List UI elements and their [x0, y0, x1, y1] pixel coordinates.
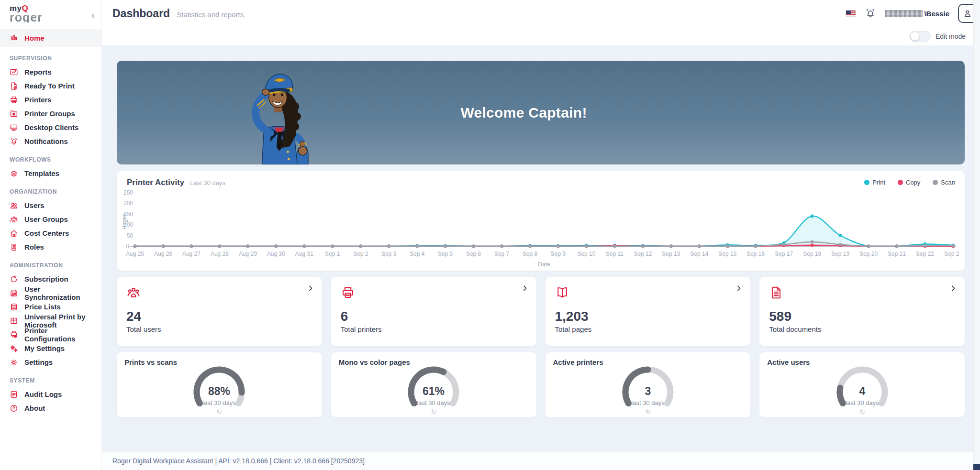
question-icon — [10, 404, 18, 413]
language-flag-icon[interactable] — [846, 10, 856, 17]
sidebar-item-desktop-clients[interactable]: Desktop Clients — [0, 120, 101, 134]
document-icon — [769, 285, 783, 300]
refresh-icon[interactable]: ↻ — [217, 408, 223, 415]
printer-group-icon — [10, 109, 18, 118]
gauge-value: 61% — [423, 385, 445, 397]
sidebar-item-label: Users — [24, 201, 45, 209]
app-root: myQ roger ‹ HomeSUPERVISIONReportsReady … — [0, 0, 980, 470]
legend-print[interactable]: Print — [864, 179, 885, 186]
sidebar-item-subscription[interactable]: Subscription — [0, 272, 101, 286]
sidebar-item-home[interactable]: Home — [0, 29, 101, 47]
chevron-right-icon[interactable] — [735, 284, 743, 292]
username-label: \Bessie — [924, 10, 949, 18]
sidebar-item-printer-groups[interactable]: Printer Groups — [0, 107, 101, 120]
svg-text:Aug 29: Aug 29 — [239, 251, 257, 257]
welcome-message: Welcome Captain! — [460, 105, 587, 121]
stat-label: Total pages — [555, 325, 741, 333]
sidebar-item-settings[interactable]: Settings — [0, 355, 101, 369]
edit-mode-toggle[interactable] — [910, 31, 931, 42]
sidebar-item-label: Reports — [24, 68, 52, 76]
refresh-icon[interactable]: ↻ — [645, 408, 651, 415]
sidebar-item-audit-logs[interactable]: Audit Logs — [0, 387, 101, 401]
sidebar-item-cost-centers[interactable]: Cost Centers — [0, 226, 101, 240]
stat-cards-row: 24Total users6Total printers1,203Total p… — [117, 277, 965, 346]
home-icon — [10, 33, 18, 42]
sidebar-item-user-synchronization[interactable]: User Synchronization — [0, 286, 101, 300]
logo-row: myQ roger ‹ — [0, 0, 101, 28]
user-menu[interactable]: \Bessie — [885, 10, 949, 18]
chart-title: Printer Activity — [127, 178, 184, 187]
sidebar-item-label: Printers — [24, 96, 52, 104]
sidebar-item-templates[interactable]: Templates — [0, 166, 101, 180]
chevron-right-icon[interactable] — [949, 284, 957, 292]
svg-text:Sep 19: Sep 19 — [831, 251, 849, 257]
refresh-icon — [10, 275, 18, 284]
svg-text:50: 50 — [127, 232, 134, 239]
svg-text:Sep 6: Sep 6 — [466, 251, 481, 257]
chevron-right-icon[interactable] — [307, 284, 314, 292]
sidebar-item-label: Cost Centers — [24, 229, 69, 237]
svg-text:Aug 31: Aug 31 — [295, 251, 313, 257]
gauge-value: 4 — [859, 385, 865, 397]
refresh-icon[interactable]: ↻ — [859, 408, 865, 415]
footer: Roger Digital Workplace Assistant | API:… — [102, 452, 980, 470]
scrollbar[interactable] — [973, 0, 980, 470]
topbar: Dashboard Statistics and reports. \Bessi… — [102, 0, 980, 27]
gauge: 4last 30 days↻ — [767, 364, 957, 419]
notifications-bell-icon[interactable] — [865, 8, 876, 19]
edit-mode-label: Edit mode — [935, 33, 966, 40]
myq-roger-logo: myQ roger — [10, 5, 43, 22]
users-icon — [10, 201, 18, 210]
toggle-knob — [911, 32, 919, 41]
stat-card-total-printers[interactable]: 6Total printers — [331, 277, 536, 346]
coins-icon — [10, 303, 18, 311]
sidebar-item-label: Price Lists — [24, 303, 61, 311]
sidebar: myQ roger ‹ HomeSUPERVISIONReportsReady … — [0, 0, 102, 470]
sidebar-collapse-icon[interactable]: ‹ — [91, 9, 95, 21]
chevron-right-icon[interactable] — [521, 284, 529, 292]
sidebar-item-my-settings[interactable]: My Settings — [0, 341, 101, 355]
legend-label: Print — [872, 179, 885, 186]
stat-card-total-users[interactable]: 24Total users — [117, 277, 322, 346]
stat-label: Total documents — [769, 325, 955, 333]
sidebar-item-printer-configurations[interactable]: Printer Configurations — [0, 328, 101, 341]
svg-text:Sep 2: Sep 2 — [353, 251, 368, 257]
captain-illustration — [242, 65, 314, 164]
stat-value: 24 — [126, 309, 312, 324]
stat-icon-wrap — [341, 285, 527, 302]
sidebar-item-label: Printer Groups — [24, 109, 75, 118]
sidebar-section-administration: ADMINISTRATION — [0, 254, 101, 272]
legend-dot — [864, 180, 869, 185]
svg-text:Sep 16: Sep 16 — [746, 251, 765, 257]
sidebar-item-roles[interactable]: Roles — [0, 240, 101, 254]
legend-label: Scan — [941, 179, 955, 186]
sidebar-nav: HomeSUPERVISIONReportsReady To PrintPrin… — [0, 29, 101, 415]
footer-version-text: Roger Digital Workplace Assistant | API:… — [112, 457, 365, 465]
refresh-icon[interactable]: ↻ — [431, 408, 436, 415]
sidebar-item-ready-to-print[interactable]: Ready To Print — [0, 79, 101, 93]
svg-text:Aug 26: Aug 26 — [154, 251, 172, 257]
sidebar-item-user-groups[interactable]: User Groups — [0, 212, 101, 226]
sidebar-item-price-lists[interactable]: Price Lists — [0, 300, 101, 314]
sidebar-item-users[interactable]: Users — [0, 198, 101, 212]
svg-text:Aug 30: Aug 30 — [267, 251, 285, 257]
page-subtitle: Statistics and reports. — [177, 11, 245, 19]
stat-card-total-documents[interactable]: 589Total documents — [759, 277, 965, 346]
grid-icon — [10, 317, 18, 325]
stat-card-total-pages[interactable]: 1,203Total pages — [546, 277, 751, 346]
scrollbar-corner — [973, 464, 980, 470]
redacted-username — [885, 10, 923, 17]
sidebar-item-notifications[interactable]: Notifications — [0, 134, 101, 148]
page-heading: Dashboard Statistics and reports. — [112, 7, 245, 20]
svg-text:Pages: Pages — [122, 213, 128, 230]
sidebar-item-about[interactable]: About — [0, 401, 101, 415]
svg-text:250: 250 — [123, 189, 133, 196]
legend-copy[interactable]: Copy — [898, 179, 920, 186]
sidebar-item-universal-print-by-microsoft[interactable]: Universal Print by Microsoft — [0, 314, 101, 328]
svg-text:200: 200 — [123, 200, 133, 207]
sidebar-item-printers[interactable]: Printers — [0, 93, 101, 107]
user-sync-icon — [10, 289, 18, 297]
legend-scan[interactable]: Scan — [933, 179, 955, 186]
sidebar-item-reports[interactable]: Reports — [0, 65, 101, 79]
book-open-icon — [555, 285, 569, 300]
